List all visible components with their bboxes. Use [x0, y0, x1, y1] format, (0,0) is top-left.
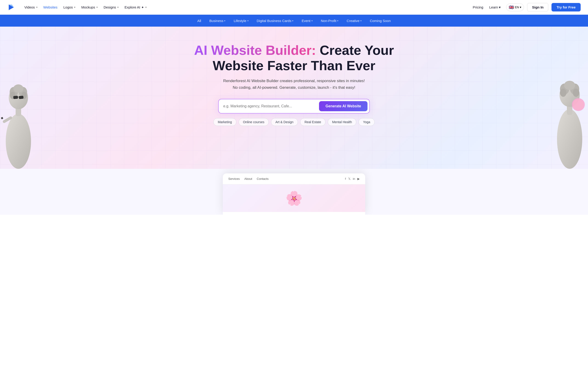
svg-rect-11: [19, 96, 24, 99]
preview-card: Services About Contacts f 𝕏 in ▶ 🌸: [223, 173, 365, 215]
sub-nav-event[interactable]: Event ▾: [298, 17, 316, 25]
nav-items: Videos ▾ Websites Logos ▾ Mockups ▾ Desi…: [22, 3, 149, 11]
svg-point-20: [564, 81, 575, 90]
flag-icon: 🇬🇧: [509, 5, 514, 10]
preview-content: 🌸: [223, 184, 365, 212]
nav-right-links: Pricing Learn ▾: [470, 3, 503, 11]
linkedin-icon: in: [353, 177, 355, 181]
sub-nav-creative[interactable]: Creative ▾: [343, 17, 365, 25]
sub-nav-lifestyle[interactable]: Lifestyle ▾: [230, 17, 251, 25]
chevron-down-icon: ▾: [74, 6, 75, 8]
chevron-down-icon: ▾: [520, 6, 521, 9]
nav-pricing[interactable]: Pricing: [470, 3, 485, 11]
chevron-down-icon: ▾: [360, 19, 362, 22]
quick-tag-art-design[interactable]: Art & Design: [271, 118, 298, 126]
quick-tag-online-courses[interactable]: Online courses: [239, 118, 269, 126]
chevron-down-icon: ▾: [292, 19, 293, 22]
preview-link-services: Services: [228, 177, 240, 181]
quick-tag-yoga[interactable]: Yoga: [359, 118, 374, 126]
svg-point-22: [573, 89, 579, 97]
chevron-down-icon: ▾: [337, 19, 338, 22]
sub-nav-business[interactable]: Business ▾: [206, 17, 229, 25]
preview-decoration: 🌸: [285, 190, 303, 206]
nav-item-designs[interactable]: Designs ▾: [101, 3, 121, 11]
chevron-down-icon: ▾: [96, 6, 98, 8]
svg-point-24: [573, 99, 584, 110]
chevron-down-icon: ▾: [145, 6, 147, 8]
facebook-icon: f: [345, 177, 346, 181]
youtube-icon: ▶: [357, 177, 360, 181]
chevron-down-icon: ▾: [36, 6, 37, 8]
statue-right-decoration: [551, 45, 588, 169]
hero-title-gradient: AI Website Builder:: [194, 43, 316, 58]
statue-left-decoration: [0, 50, 37, 169]
generate-ai-website-button[interactable]: Generate AI Website: [319, 101, 367, 111]
preview-nav: Services About Contacts f 𝕏 in ▶: [223, 173, 365, 184]
logo[interactable]: [7, 3, 16, 11]
quick-tags: Marketing Online courses Art & Design Re…: [213, 118, 375, 126]
quick-tag-marketing[interactable]: Marketing: [213, 118, 236, 126]
preview-section: Services About Contacts f 𝕏 in ▶ 🌸: [0, 169, 588, 215]
chevron-down-icon: ▾: [311, 19, 313, 22]
nav-right: Pricing Learn ▾ 🇬🇧 EN ▾ Sign In Try for …: [470, 3, 581, 11]
hero-section: AI Website Builder: Create Your Website …: [0, 27, 588, 169]
sub-nav-all[interactable]: All: [194, 17, 204, 25]
top-navigation: Videos ▾ Websites Logos ▾ Mockups ▾ Desi…: [0, 0, 588, 15]
preview-social-icons: f 𝕏 in ▶: [345, 177, 360, 181]
nav-item-logos[interactable]: Logos ▾: [61, 3, 78, 11]
sub-nav-coming-soon[interactable]: Coming Soon: [367, 17, 394, 25]
svg-point-7: [13, 84, 23, 93]
svg-point-21: [560, 89, 566, 97]
svg-point-2: [6, 114, 31, 169]
twitter-x-icon: 𝕏: [348, 177, 351, 181]
quick-tag-mental-health[interactable]: Mental Health: [328, 118, 356, 126]
try-free-button[interactable]: Try for Free: [552, 3, 581, 11]
sign-in-button[interactable]: Sign In: [527, 3, 548, 11]
preview-link-about: About: [244, 177, 252, 181]
nav-item-explore-ai[interactable]: Explore AI ✦ ▾: [122, 3, 149, 11]
chevron-down-icon: ▾: [224, 19, 225, 22]
nav-learn[interactable]: Learn ▾: [487, 3, 503, 11]
preview-link-contacts: Contacts: [257, 177, 268, 181]
star-icon: ✦: [141, 6, 144, 9]
nav-left: Videos ▾ Websites Logos ▾ Mockups ▾ Desi…: [7, 3, 149, 11]
hero-subtitle: Renderforest AI Website Builder creates …: [223, 78, 365, 91]
search-box: Generate AI Website: [218, 99, 370, 114]
chevron-down-icon: ▾: [117, 6, 119, 8]
nav-item-websites[interactable]: Websites: [41, 3, 60, 11]
sub-nav-digital-business-cards[interactable]: Digital Business Cards ▾: [254, 17, 297, 25]
nav-item-videos[interactable]: Videos ▾: [22, 3, 40, 11]
svg-point-15: [557, 109, 582, 169]
nav-item-mockups[interactable]: Mockups ▾: [79, 3, 100, 11]
chevron-down-icon: ▾: [247, 19, 249, 22]
language-selector[interactable]: 🇬🇧 EN ▾: [506, 3, 524, 11]
svg-rect-10: [13, 96, 18, 99]
hero-title: AI Website Builder: Create Your Website …: [191, 43, 397, 73]
search-input[interactable]: [223, 104, 319, 108]
chevron-down-icon: ▾: [499, 5, 501, 9]
sub-nav-non-profit[interactable]: Non-Profit ▾: [318, 17, 342, 25]
preview-nav-links: Services About Contacts: [228, 177, 268, 181]
quick-tag-real-estate[interactable]: Real Estate: [300, 118, 326, 126]
svg-rect-14: [1, 117, 3, 119]
sub-navigation: All Business ▾ Lifestyle ▾ Digital Busin…: [0, 15, 588, 27]
